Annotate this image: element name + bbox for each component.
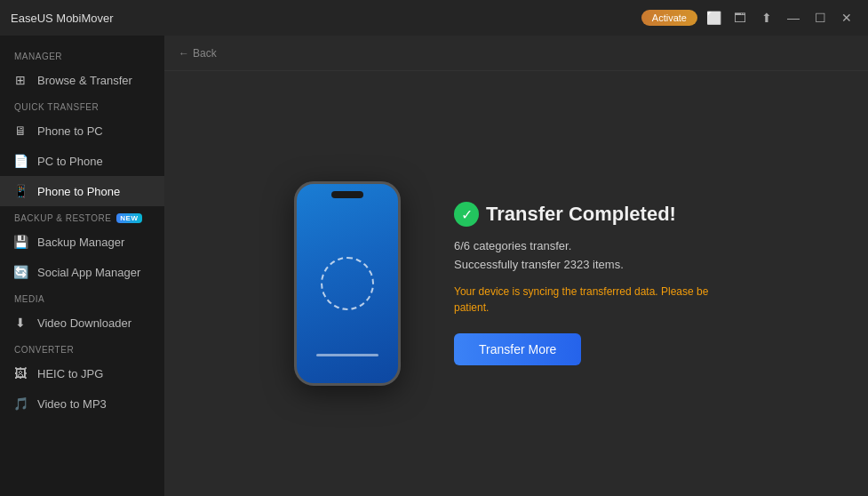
- sidebar-item-browse-transfer[interactable]: ⊞ Browse & Transfer: [0, 65, 164, 95]
- social-app-icon: 🔄: [12, 264, 28, 280]
- transfer-stat1: 6/6 categories transfer.: [454, 237, 738, 256]
- back-arrow-icon: ←: [179, 47, 189, 60]
- video-mp3-icon: 🎵: [12, 396, 28, 412]
- phone-notch: [331, 191, 363, 198]
- sidebar-section-converter: Converter: [0, 338, 164, 358]
- video-downloader-icon: ⬇: [12, 315, 28, 331]
- sidebar-item-phone-to-phone[interactable]: 📱 Phone to Phone: [0, 176, 164, 206]
- phone-progress-circle: [321, 257, 374, 310]
- main-layout: Manager ⊞ Browse & Transfer Quick Transf…: [0, 36, 868, 496]
- sidebar-section-backup: Backup & Restore New: [0, 206, 164, 227]
- window-icon-btn-1[interactable]: ⬜: [703, 7, 724, 28]
- transfer-warning: Your device is syncing the transferred d…: [454, 284, 738, 316]
- backup-new-badge: New: [116, 213, 141, 223]
- sidebar-section-media: Media: [0, 287, 164, 308]
- close-button[interactable]: ✕: [836, 7, 857, 28]
- check-circle-icon: ✓: [454, 202, 479, 227]
- content-main: ✓ Transfer Completed! 6/6 categories tra…: [164, 71, 868, 496]
- minimize-button[interactable]: —: [783, 7, 804, 28]
- sidebar-item-phone-to-pc[interactable]: 🖥 Phone to PC: [0, 116, 164, 146]
- activate-button[interactable]: Activate: [641, 10, 697, 26]
- title-bar: EaseUS MobiMover Activate ⬜ 🗔 ⬆ — ☐ ✕: [0, 0, 868, 36]
- heic-icon: 🖼: [12, 365, 28, 381]
- pc-to-phone-icon: 📄: [12, 153, 28, 169]
- phone-illustration: [294, 181, 401, 386]
- title-bar-controls: Activate ⬜ 🗔 ⬆ — ☐ ✕: [641, 7, 857, 28]
- phone-to-phone-icon: 📱: [12, 183, 28, 199]
- window-icon-btn-3[interactable]: ⬆: [756, 7, 777, 28]
- transfer-heading: Transfer Completed!: [486, 203, 676, 226]
- browse-transfer-icon: ⊞: [12, 72, 28, 88]
- sidebar-section-manager: Manager: [0, 44, 164, 65]
- transfer-title: ✓ Transfer Completed!: [454, 202, 738, 227]
- transfer-stats: 6/6 categories transfer. Successfully tr…: [454, 237, 738, 275]
- sidebar-item-social-app-manager[interactable]: 🔄 Social App Manager: [0, 257, 164, 287]
- sidebar: Manager ⊞ Browse & Transfer Quick Transf…: [0, 36, 164, 496]
- sidebar-item-heic-to-jpg[interactable]: 🖼 HEIC to JPG: [0, 358, 164, 388]
- sidebar-item-pc-to-phone[interactable]: 📄 PC to Phone: [0, 146, 164, 176]
- maximize-button[interactable]: ☐: [809, 7, 831, 28]
- transfer-stat2: Successfully transfer 2323 items.: [454, 256, 738, 275]
- back-button[interactable]: ← Back: [179, 47, 217, 60]
- sidebar-item-video-downloader[interactable]: ⬇ Video Downloader: [0, 308, 164, 338]
- content-header: ← Back: [164, 36, 868, 71]
- sidebar-item-video-to-mp3[interactable]: 🎵 Video to MP3: [0, 388, 164, 419]
- phone-body: [294, 181, 401, 386]
- phone-to-pc-icon: 🖥: [12, 123, 28, 139]
- backup-manager-icon: 💾: [12, 234, 28, 250]
- transfer-result: ✓ Transfer Completed! 6/6 categories tra…: [454, 202, 738, 365]
- app-title: EaseUS MobiMover: [11, 12, 114, 25]
- transfer-more-button[interactable]: Transfer More: [454, 333, 581, 365]
- sidebar-section-quick-transfer: Quick Transfer: [0, 95, 164, 116]
- title-bar-left: EaseUS MobiMover: [11, 12, 114, 25]
- content-area: ← Back ✓ Transfer Completed!: [164, 36, 868, 496]
- sidebar-item-backup-manager[interactable]: 💾 Backup Manager: [0, 227, 164, 257]
- window-icon-btn-2[interactable]: 🗔: [729, 7, 751, 28]
- phone-progress-bar: [316, 354, 378, 356]
